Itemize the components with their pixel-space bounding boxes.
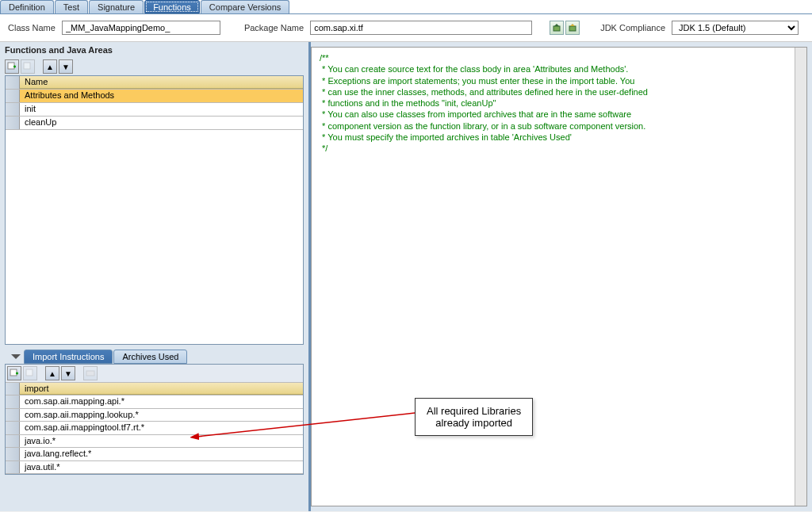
function-row-init[interactable]: init <box>6 103 303 117</box>
code-area[interactable]: /** * You can create source text for the… <box>312 48 806 506</box>
svg-rect-0 <box>553 26 560 31</box>
import-row[interactable]: java.lang.reflect.* <box>6 448 303 460</box>
add-function-button[interactable] <box>5 59 19 74</box>
jdk-compliance-label: JDK Compliance <box>600 23 665 32</box>
tab-compare-versions[interactable]: Compare Versions <box>201 0 290 13</box>
code-line: */ <box>320 143 799 154</box>
svg-rect-5 <box>26 369 33 376</box>
import-row[interactable]: java.io.* <box>6 435 303 448</box>
jdk-compliance-select[interactable]: JDK 1.5 (Default) <box>672 21 799 35</box>
import-row[interactable]: com.sap.aii.mappingtool.tf7.rt.* <box>6 422 303 434</box>
move-up-button[interactable]: ▲ <box>43 59 57 74</box>
class-name-label: Class Name <box>8 23 56 32</box>
code-line: * component version as the function libr… <box>320 120 799 132</box>
functions-column-header[interactable]: Name <box>20 76 303 89</box>
import-extra-button <box>83 366 98 380</box>
header-row: Class Name Package Name JDK Compliance J… <box>0 14 812 42</box>
bottom-tab-bar: Import Instructions Archives Used <box>0 350 308 364</box>
archive-refresh-icon[interactable] <box>565 21 580 35</box>
vertical-scrollbar[interactable] <box>795 48 806 506</box>
import-row[interactable]: com.sap.aii.mapping.lookup.* <box>6 409 303 422</box>
tab-archives-used[interactable]: Archives Used <box>113 350 187 364</box>
package-name-label: Package Name <box>244 23 304 32</box>
import-row[interactable]: com.sap.aii.mapping.api.* <box>6 395 303 408</box>
code-line: * You must specify the imported archives… <box>320 132 799 143</box>
code-editor-panel: /** * You can create source text for the… <box>311 47 807 506</box>
tab-test[interactable]: Test <box>55 0 88 13</box>
code-line: * You can also use classes from imported… <box>320 109 799 120</box>
class-name-input[interactable] <box>62 21 220 35</box>
move-down-button[interactable]: ▼ <box>59 59 73 74</box>
tab-functions[interactable]: Functions <box>144 0 200 13</box>
svg-rect-3 <box>24 63 30 69</box>
chevron-down-icon[interactable] <box>11 354 21 359</box>
delete-import-button <box>23 366 37 380</box>
functions-list: Name Attributes and Methods init cleanUp <box>5 75 304 345</box>
annotation-line2: already imported <box>427 417 521 429</box>
imports-box: ▲ ▼ import com.sap.aii.mapping.api.* com… <box>5 364 304 475</box>
import-move-up-button[interactable]: ▲ <box>45 366 59 380</box>
code-line: /** <box>320 52 799 63</box>
function-row-cleanup[interactable]: cleanUp <box>6 117 303 130</box>
svg-rect-2 <box>8 63 14 69</box>
functions-section-title: Functions and Java Areas <box>0 42 308 58</box>
code-line: * You can create source text for the cla… <box>320 63 799 75</box>
tab-definition[interactable]: Definition <box>0 0 54 13</box>
annotation-line1: All required Libraries <box>427 405 521 417</box>
functions-toolbar: ▲ ▼ <box>0 58 308 75</box>
code-line: * can use the inner classes, methods, an… <box>320 86 799 97</box>
svg-rect-4 <box>10 369 17 376</box>
import-row[interactable]: java.util.* <box>6 461 303 474</box>
archive-add-icon[interactable] <box>550 21 564 35</box>
left-panel: Functions and Java Areas ▲ ▼ Name Attrib… <box>0 42 311 511</box>
tab-signature[interactable]: Signature <box>89 0 144 13</box>
import-move-down-button[interactable]: ▼ <box>61 366 75 380</box>
top-tab-bar: Definition Test Signature Functions Comp… <box>0 0 812 14</box>
code-line: * Exceptions are import statements; you … <box>320 75 799 86</box>
function-row-attributes[interactable]: Attributes and Methods <box>6 90 303 103</box>
package-name-input[interactable] <box>310 21 532 35</box>
add-import-button[interactable] <box>7 366 21 380</box>
svg-rect-6 <box>86 371 94 376</box>
annotation-callout: All required Libraries already imported <box>415 398 533 436</box>
code-line: * functions and in the methods "init, cl… <box>320 97 799 109</box>
imports-toolbar: ▲ ▼ <box>6 365 303 383</box>
import-column-header[interactable]: import <box>20 383 303 395</box>
svg-rect-1 <box>569 26 576 31</box>
delete-function-button <box>21 59 35 74</box>
tab-import-instructions[interactable]: Import Instructions <box>24 350 113 364</box>
